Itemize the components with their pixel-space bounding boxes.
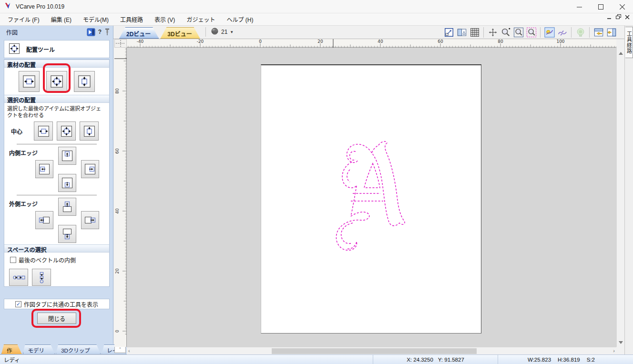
vertical-ruler: 806040200 (114, 48, 127, 347)
inner-edge-button-in-top[interactable] (58, 147, 76, 165)
scroll-down-icon[interactable] (617, 339, 624, 345)
svg-text:0: 0 (115, 330, 120, 333)
drawing-canvas[interactable] (127, 48, 616, 347)
mode-tab-1[interactable]: モデリング (23, 344, 55, 354)
space-button-space-v[interactable] (32, 269, 51, 286)
svg-text:80: 80 (498, 39, 503, 44)
zoom-selection-icon[interactable] (525, 27, 537, 38)
menu-item-5[interactable]: ガジェット (181, 13, 221, 25)
maximize-button[interactable] (590, 0, 612, 13)
horizontal-scroll-thumb[interactable] (272, 348, 477, 354)
scrollbar-corner (616, 347, 624, 354)
close-button[interactable] (612, 0, 633, 13)
material-align-button-mat-h[interactable] (19, 71, 40, 92)
layer-dropdown[interactable]: 21 ▼ (203, 27, 234, 37)
inner-edge-button-in-right[interactable] (81, 160, 99, 178)
doc-close-icon[interactable] (625, 15, 630, 20)
scroll-left-icon[interactable]: ‹ (128, 348, 130, 354)
view-tab-0[interactable]: 2Dビュー (119, 27, 159, 39)
outer-edge-button-out-top[interactable] (58, 198, 76, 216)
status-selection-size: W:25.823 H:36.819 S:2 (498, 355, 624, 364)
section-material-alignment: 素材の配置 (4, 60, 109, 68)
scroll-up-icon[interactable] (617, 50, 624, 56)
pane-layout-right-icon[interactable] (605, 27, 617, 38)
minimize-button[interactable] (569, 0, 590, 13)
doc-restore-icon[interactable] (616, 14, 622, 20)
collapse-panel-icon[interactable] (87, 28, 95, 36)
align-tool-icon (8, 42, 20, 56)
grid-icon[interactable] (469, 27, 480, 38)
outer-edge-group: 外側エッジ (4, 197, 109, 244)
zoom-icon[interactable] (500, 27, 511, 38)
ruler-origin-box (114, 39, 127, 48)
curve-smoothing-icon[interactable] (556, 27, 568, 38)
alignment-tool-header: 配置ツール (4, 40, 110, 58)
zoom-window-icon[interactable] (512, 27, 524, 38)
pin-icon[interactable] (104, 28, 110, 36)
toggle-2d3d-layout-icon[interactable] (456, 27, 468, 38)
mode-tab-0[interactable]: 作図 (1, 344, 22, 354)
common-tools-row[interactable]: ✓ 作図タブに共通の工具を表示 (4, 299, 110, 309)
close-button-panel[interactable]: 閉じる (37, 313, 76, 324)
selection-align-button-sel-c[interactable] (57, 121, 76, 141)
inside-last-vector-row[interactable]: 最後のベクトルの内側 (4, 253, 109, 265)
menu-item-4[interactable]: 表示 (V) (149, 13, 181, 25)
horizontal-scrollbar[interactable]: ‹ › (127, 347, 616, 354)
outer-edge-button-out-bottom[interactable] (58, 225, 76, 243)
mode-tab-2[interactable]: 3Dクリップアート (56, 344, 101, 354)
status-ready: レディ (0, 355, 373, 364)
common-tools-label: 作図タブに共通の工具を表示 (24, 300, 98, 308)
menu-item-3[interactable]: 工具経路 (114, 13, 149, 25)
outer-edge-label: 外側エッジ (9, 200, 38, 208)
vector-letter-A[interactable] (331, 140, 410, 256)
snap-toggle-icon[interactable] (543, 27, 555, 38)
view-tabs: 2Dビュー3Dビュー (119, 27, 202, 39)
pane-layout-left-icon[interactable] (592, 27, 604, 38)
outer-edge-button-out-right[interactable] (81, 211, 99, 229)
app-logo-icon (5, 2, 12, 11)
menu-item-1[interactable]: 編集 (E) (45, 13, 77, 25)
material-align-button-mat-v[interactable] (74, 71, 95, 92)
menu-item-2[interactable]: モデル(M) (77, 13, 114, 25)
sphere-icon (211, 27, 219, 37)
selection-align-button-sel-h[interactable] (34, 121, 53, 141)
fit-to-material-icon[interactable] (443, 27, 455, 38)
toolpath-side-tab[interactable]: 工具経路 (625, 27, 633, 58)
status-x: X: 24.3250 (407, 357, 433, 363)
svg-text:40: 40 (115, 208, 120, 214)
menu-item-0[interactable]: ファイル (F) (2, 13, 45, 25)
menu-item-6[interactable]: ヘルプ (H) (221, 13, 259, 25)
panel-title: 作図 (6, 28, 84, 36)
center-label: 中心 (11, 127, 31, 135)
divider (17, 144, 97, 144)
space-selection-buttons (4, 265, 109, 286)
svg-text:60: 60 (438, 39, 443, 44)
doc-minimize-icon[interactable] (607, 15, 612, 20)
outer-edge-button-out-left[interactable] (35, 211, 53, 229)
inner-edge-button-in-bottom[interactable] (58, 174, 76, 192)
common-tools-checkbox[interactable]: ✓ (15, 301, 21, 307)
selection-align-button-sel-v[interactable] (80, 121, 99, 141)
scroll-right-icon[interactable]: › (613, 348, 615, 354)
window-title: VCarve Pro 10.019 (16, 3, 64, 10)
svg-text:80: 80 (115, 88, 120, 94)
svg-text:-40: -40 (137, 39, 144, 44)
selection-alignment-description: 選択した最後のアイテムに選択オブジェクトを合わせる (4, 103, 109, 120)
inside-last-vector-label: 最後のベクトルの内側 (19, 256, 76, 264)
pan-icon[interactable] (487, 27, 499, 38)
alignment-tool-body: 素材の配置 選択の配置 選択した最後のアイテムに選択オブジェクトを合わせる 中心… (4, 59, 110, 287)
view-tab-1[interactable]: 3Dビュー (160, 27, 200, 39)
space-button-space-h[interactable] (9, 269, 28, 286)
material-align-button-mat-c[interactable] (46, 71, 67, 92)
center-align-buttons (34, 121, 99, 141)
inside-last-vector-checkbox[interactable] (10, 257, 16, 263)
vertical-scrollbar[interactable] (616, 48, 624, 347)
section-space-selection: スペースの選択 (4, 244, 109, 253)
inner-edge-button-in-left[interactable] (35, 160, 53, 178)
lighting-icon[interactable] (574, 27, 586, 38)
help-icon[interactable]: ? (98, 29, 102, 35)
section-selection-alignment: 選択の配置 (4, 95, 109, 103)
svg-text:0: 0 (259, 39, 262, 44)
separator (571, 27, 572, 38)
drawing-panel: 作図 ? 配置ツール 素材の配置 選択の配置 選択した最後のアイテムに選択オブジ… (0, 26, 113, 344)
